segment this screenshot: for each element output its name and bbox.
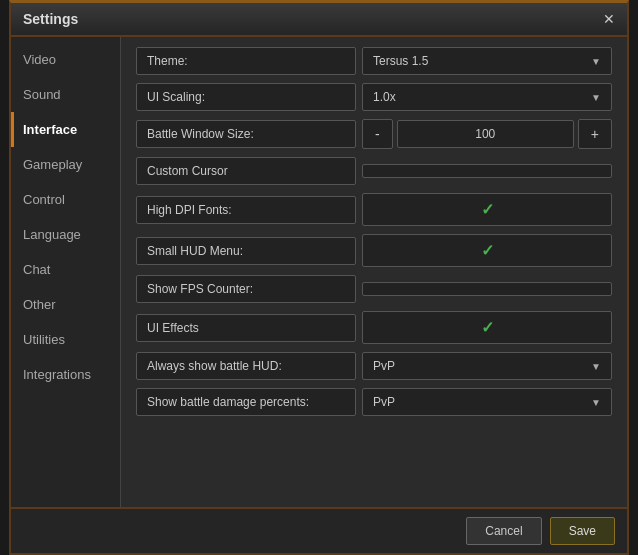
show-fps-row: Show FPS Counter: [136, 275, 612, 303]
cancel-button[interactable]: Cancel [466, 517, 541, 545]
sidebar-label-gameplay: Gameplay [23, 157, 82, 172]
small-hud-row: Small HUD Menu: ✓ [136, 234, 612, 267]
sidebar-item-chat[interactable]: Chat [11, 252, 120, 287]
dialog-title: Settings [23, 11, 78, 27]
battle-window-plus[interactable]: + [578, 119, 612, 149]
high-dpi-row: High DPI Fonts: ✓ [136, 193, 612, 226]
show-damage-value: PvP [373, 395, 395, 409]
sidebar-item-language[interactable]: Language [11, 217, 120, 252]
custom-cursor-row: Custom Cursor [136, 157, 612, 185]
main-panel: Theme: Tersus 1.5 ▼ UI Scaling: 1.0x ▼ B… [121, 37, 627, 507]
always-show-hud-row: Always show battle HUD: PvP ▼ [136, 352, 612, 380]
ui-effects-label: UI Effects [136, 314, 356, 342]
sidebar-item-video[interactable]: Video [11, 42, 120, 77]
footer: Cancel Save [11, 507, 627, 553]
show-damage-label: Show battle damage percents: [136, 388, 356, 416]
sidebar-item-gameplay[interactable]: Gameplay [11, 147, 120, 182]
sidebar-item-other[interactable]: Other [11, 287, 120, 322]
sidebar-label-control: Control [23, 192, 65, 207]
sidebar-label-sound: Sound [23, 87, 61, 102]
ui-scaling-dropdown-arrow: ▼ [591, 92, 601, 103]
always-show-hud-label: Always show battle HUD: [136, 352, 356, 380]
theme-value: Tersus 1.5 [373, 54, 428, 68]
small-hud-checkbox[interactable]: ✓ [362, 234, 612, 267]
show-fps-checkbox[interactable] [362, 282, 612, 296]
ui-effects-checkmark: ✓ [481, 318, 494, 337]
battle-window-label: Battle Window Size: [136, 120, 356, 148]
content-area: Video Sound Interface Gameplay Control L… [11, 37, 627, 507]
battle-window-minus[interactable]: - [362, 119, 393, 149]
sidebar-label-language: Language [23, 227, 81, 242]
custom-cursor-label: Custom Cursor [136, 157, 356, 185]
show-damage-arrow: ▼ [591, 397, 601, 408]
sidebar-label-other: Other [23, 297, 56, 312]
battle-window-row: Battle Window Size: - 100 + [136, 119, 612, 149]
battle-window-value: 100 [397, 120, 574, 148]
high-dpi-checkmark: ✓ [481, 200, 494, 219]
always-show-hud-value: PvP [373, 359, 395, 373]
theme-dropdown[interactable]: Tersus 1.5 ▼ [362, 47, 612, 75]
sidebar-item-utilities[interactable]: Utilities [11, 322, 120, 357]
settings-dialog: Settings ✕ Video Sound Interface Gamepla… [9, 0, 629, 555]
small-hud-checkmark: ✓ [481, 241, 494, 260]
custom-cursor-value [362, 164, 612, 178]
ui-effects-row: UI Effects ✓ [136, 311, 612, 344]
close-button[interactable]: ✕ [603, 11, 615, 27]
ui-effects-checkbox[interactable]: ✓ [362, 311, 612, 344]
show-damage-dropdown[interactable]: PvP ▼ [362, 388, 612, 416]
ui-scaling-dropdown[interactable]: 1.0x ▼ [362, 83, 612, 111]
sidebar-label-video: Video [23, 52, 56, 67]
theme-dropdown-arrow: ▼ [591, 56, 601, 67]
always-show-hud-dropdown[interactable]: PvP ▼ [362, 352, 612, 380]
sidebar-label-utilities: Utilities [23, 332, 65, 347]
ui-scaling-row: UI Scaling: 1.0x ▼ [136, 83, 612, 111]
save-button[interactable]: Save [550, 517, 615, 545]
theme-row: Theme: Tersus 1.5 ▼ [136, 47, 612, 75]
ui-scaling-label: UI Scaling: [136, 83, 356, 111]
sidebar-item-sound[interactable]: Sound [11, 77, 120, 112]
theme-label: Theme: [136, 47, 356, 75]
show-fps-label: Show FPS Counter: [136, 275, 356, 303]
sidebar-item-control[interactable]: Control [11, 182, 120, 217]
title-bar: Settings ✕ [11, 3, 627, 37]
sidebar-item-interface[interactable]: Interface [11, 112, 120, 147]
sidebar-label-chat: Chat [23, 262, 50, 277]
high-dpi-label: High DPI Fonts: [136, 196, 356, 224]
sidebar-label-integrations: Integrations [23, 367, 91, 382]
sidebar-item-integrations[interactable]: Integrations [11, 357, 120, 392]
high-dpi-checkbox[interactable]: ✓ [362, 193, 612, 226]
sidebar-label-interface: Interface [23, 122, 77, 137]
small-hud-label: Small HUD Menu: [136, 237, 356, 265]
show-damage-row: Show battle damage percents: PvP ▼ [136, 388, 612, 416]
always-show-hud-arrow: ▼ [591, 361, 601, 372]
sidebar: Video Sound Interface Gameplay Control L… [11, 37, 121, 507]
ui-scaling-value: 1.0x [373, 90, 396, 104]
